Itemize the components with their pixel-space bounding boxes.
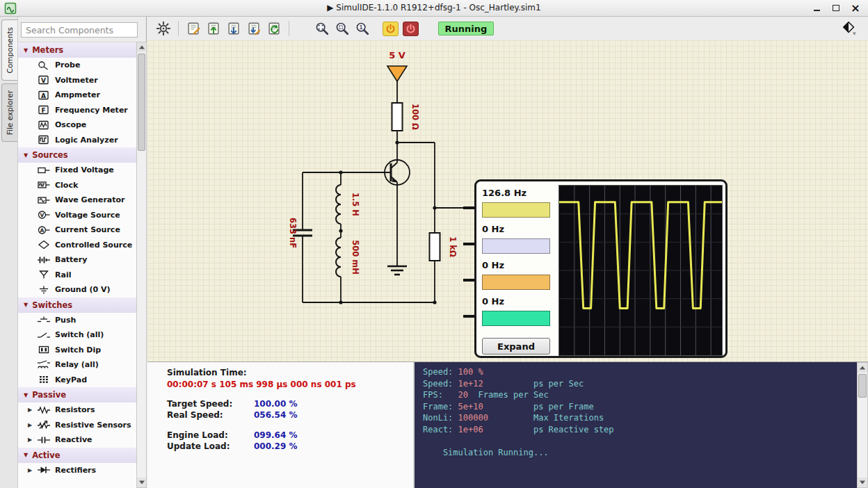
power-on-button[interactable] bbox=[383, 22, 399, 36]
scroll-up-icon[interactable] bbox=[858, 363, 867, 373]
save-as-circuit-button[interactable] bbox=[245, 19, 263, 38]
zoom-area-button[interactable] bbox=[333, 19, 351, 38]
fixed-voltage-icon bbox=[36, 165, 51, 175]
component-item-controlled-source[interactable]: Controlled Source bbox=[18, 238, 136, 253]
component-item-resistive-sensors[interactable]: ▶Resistive Sensors bbox=[18, 418, 136, 433]
zoom-one-icon: 1 bbox=[355, 21, 370, 36]
gear-icon bbox=[156, 21, 171, 36]
rail-icon bbox=[36, 270, 51, 279]
save-circuit-button[interactable] bbox=[225, 19, 243, 38]
component-item-resistors[interactable]: ▶Resistors bbox=[18, 402, 136, 418]
component-item-switch-all[interactable]: Switch (all) bbox=[18, 327, 136, 343]
scroll-down-icon[interactable] bbox=[858, 478, 867, 487]
freq-bar-1 bbox=[482, 202, 550, 218]
scrollbar-thumb[interactable] bbox=[858, 374, 867, 398]
controlled-source-icon bbox=[36, 240, 51, 250]
scrollbar-thumb[interactable] bbox=[138, 54, 145, 151]
diamond-button[interactable]: v bbox=[840, 19, 858, 38]
push-icon bbox=[36, 315, 51, 325]
component-item-reactive[interactable]: ▶Reactive bbox=[18, 432, 136, 448]
minimize-button[interactable] bbox=[811, 3, 822, 14]
component-item-wave-generator[interactable]: Wave Generator bbox=[18, 193, 136, 208]
components-panel: ▼MetersProbeVVoltmeterAAmpmeterFFrequenc… bbox=[18, 17, 147, 488]
ampmeter-icon: A bbox=[36, 90, 51, 100]
component-item-frequency-meter[interactable]: FFrequency Meter bbox=[18, 103, 136, 118]
component-item-clock[interactable]: Clock bbox=[18, 178, 136, 193]
scroll-down-icon[interactable] bbox=[137, 478, 146, 487]
svg-text:A: A bbox=[41, 92, 46, 99]
ground-symbol[interactable] bbox=[387, 266, 407, 275]
category-active[interactable]: ▼Active bbox=[18, 448, 136, 463]
freq-reading-4: 0 Hz bbox=[482, 294, 552, 311]
frequency-meter-panel[interactable]: 126.8 Hz0 Hz0 Hz0 Hz Expand bbox=[474, 179, 728, 358]
component-item-keypad[interactable]: KeyPad bbox=[18, 373, 136, 388]
power-off-button[interactable] bbox=[403, 22, 419, 36]
expand-arrow-icon: ▶ bbox=[28, 467, 36, 473]
category-passive[interactable]: ▼Passive bbox=[18, 387, 136, 402]
component-item-oscope[interactable]: Oscope bbox=[18, 117, 136, 133]
tab-components[interactable]: Components bbox=[1, 19, 17, 81]
component-item-ground-0-v[interactable]: Ground (0 V) bbox=[18, 282, 136, 298]
voltmeter-icon: V bbox=[36, 75, 51, 85]
gear-button[interactable] bbox=[154, 19, 172, 38]
category-switches[interactable]: ▼Switches bbox=[18, 298, 136, 313]
zoom-one-button[interactable]: 1 bbox=[353, 19, 371, 38]
r2-value-label: 1 kΩ bbox=[448, 236, 458, 257]
component-item-rail[interactable]: Rail bbox=[18, 268, 136, 283]
toolbar-separator bbox=[178, 21, 179, 36]
component-item-push[interactable]: Push bbox=[18, 313, 136, 328]
restore-icon bbox=[833, 5, 839, 11]
capacitor-c1[interactable]: 633 nF bbox=[288, 218, 312, 248]
svg-text:1: 1 bbox=[360, 24, 363, 31]
collapse-arrow-icon: ▼ bbox=[24, 302, 28, 308]
inductor-l1[interactable]: 1.5 H bbox=[336, 185, 360, 224]
inductor-l2[interactable]: 500 mH bbox=[336, 238, 360, 277]
category-sources[interactable]: ▼Sources bbox=[18, 147, 136, 163]
battery-icon bbox=[36, 255, 51, 265]
meter-input-pins[interactable] bbox=[463, 208, 474, 316]
resistor-r1[interactable]: 100 Ω bbox=[392, 103, 421, 131]
reload-circuit-button[interactable] bbox=[265, 19, 283, 38]
simulation-stats-panel: Simulation Time: 00:00:07 s 105 ms 998 µ… bbox=[147, 362, 415, 488]
circuit-wires[interactable] bbox=[303, 81, 474, 302]
component-item-fixed-voltage[interactable]: Fixed Voltage bbox=[18, 163, 136, 178]
console-line: FPS: 20 Frames per Sec bbox=[423, 389, 849, 401]
rail-voltage-label: 5 V bbox=[389, 50, 405, 60]
sidebar-scrollbar[interactable] bbox=[136, 42, 147, 488]
component-item-probe[interactable]: Probe bbox=[18, 58, 136, 73]
voltage-rail[interactable]: 5 V bbox=[387, 50, 407, 81]
component-item-voltage-source[interactable]: VVoltage Source bbox=[18, 208, 136, 223]
component-item-switch-dip[interactable]: Switch Dip bbox=[18, 343, 136, 358]
component-item-current-source[interactable]: ACurrent Source bbox=[18, 222, 136, 238]
component-item-logic-analyzer[interactable]: Logic Analyzer bbox=[18, 133, 136, 148]
zoom-fit-button[interactable] bbox=[313, 19, 331, 38]
expand-button[interactable]: Expand bbox=[482, 338, 550, 355]
new-circuit-button[interactable] bbox=[184, 19, 202, 38]
close-button[interactable]: × bbox=[850, 3, 861, 14]
search-components-input[interactable] bbox=[21, 22, 138, 38]
component-item-battery[interactable]: Battery bbox=[18, 252, 136, 268]
component-item-voltmeter[interactable]: VVoltmeter bbox=[18, 73, 136, 88]
zoom-area-icon bbox=[335, 21, 350, 36]
minimize-icon bbox=[814, 10, 820, 11]
console-line: React: 1e+06 ps Reactive step bbox=[423, 424, 849, 436]
console-scrollbar[interactable] bbox=[857, 362, 868, 488]
toolbar-groups: 1 bbox=[154, 19, 419, 38]
category-meters[interactable]: ▼Meters bbox=[18, 42, 136, 58]
component-item-rectifiers[interactable]: ▶Rectifiers bbox=[18, 463, 136, 478]
voltage-source-icon: V bbox=[36, 210, 51, 220]
component-item-relay-all[interactable]: Relay (all) bbox=[18, 357, 136, 373]
resistor-r2[interactable]: 1 kΩ bbox=[430, 233, 458, 261]
tab-file-explorer[interactable]: File explorer bbox=[1, 83, 17, 142]
open-circuit-button[interactable] bbox=[204, 19, 223, 38]
circuit-canvas[interactable]: 5 V 100 Ω 633 nF 1.5 H 5 bbox=[147, 40, 868, 361]
save-as-circuit-icon bbox=[246, 21, 262, 36]
switch-icon bbox=[36, 330, 51, 340]
stat-row-update-load: Update Load:000.29 % bbox=[167, 441, 413, 452]
component-item-ampmeter[interactable]: AAmpmeter bbox=[18, 88, 136, 103]
scroll-up-icon[interactable] bbox=[137, 42, 146, 52]
save-circuit-icon bbox=[226, 21, 241, 36]
rectifier-icon bbox=[36, 465, 51, 475]
restore-button[interactable] bbox=[830, 3, 842, 14]
reload-circuit-icon bbox=[266, 21, 282, 36]
